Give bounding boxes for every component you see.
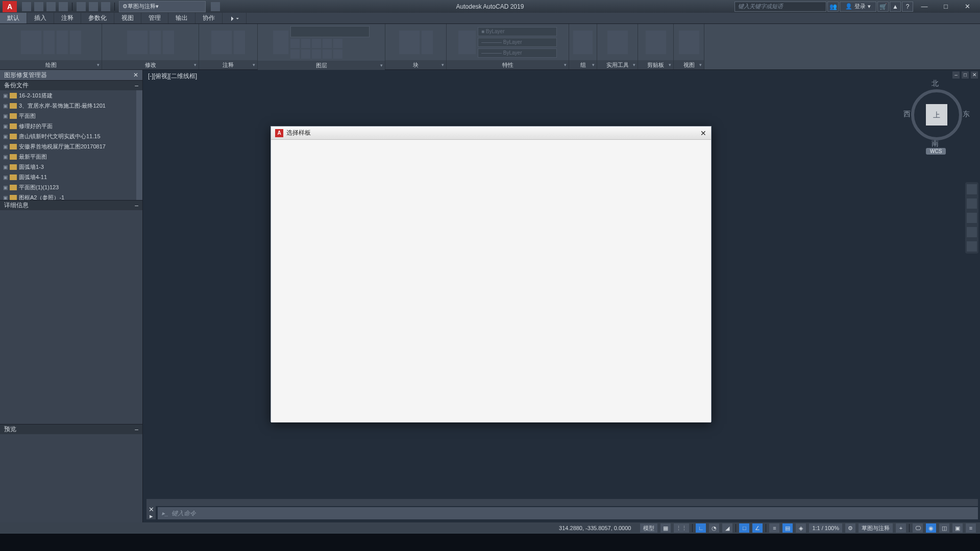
sb-polar-icon[interactable]: ◔ [709,523,719,533]
tab-输出[interactable]: 输出 [168,13,195,23]
ribbon-tool-icon[interactable] [573,31,593,54]
wcs-badge[interactable]: WCS [926,148,946,155]
ribbon-tool-icon[interactable] [127,31,148,54]
viewport-label[interactable]: [-][俯视][二维线框] [148,72,197,81]
app-logo[interactable]: A [3,1,17,12]
qat-save-icon[interactable] [46,2,56,11]
sb-cleanscreen-icon[interactable]: ▣ [952,523,963,533]
ribbon-tool-icon[interactable] [607,31,628,54]
qat-new-icon[interactable] [22,2,31,11]
layer-tool-icon[interactable] [333,49,342,59]
backup-file-item[interactable]: 16-2-101搭建 [0,90,142,101]
backup-file-tree[interactable]: 16-2-101搭建3、宜居水岸-装饰施工图-最终1201平面图修理好的平面唐山… [0,90,142,200]
sb-monitor-icon[interactable]: 🖵 [913,523,923,533]
steering-wheel-icon[interactable] [967,184,977,194]
layer-tool-icon[interactable] [323,49,332,59]
view-cube[interactable]: 上 北 南 西 东 WCS [909,79,965,145]
ribbon-tool-icon[interactable] [211,31,232,54]
ribbon-tool-icon[interactable] [163,31,174,54]
help-search-input[interactable]: 键入关键字或短语 [734,2,826,12]
sb-plus-icon[interactable]: + [896,523,906,533]
pan-icon[interactable] [967,198,977,209]
preview-section-header[interactable]: 预览– [0,424,142,434]
prop-dropdown[interactable]: ———— ByLayer [478,38,557,47]
maximize-button[interactable]: □ [936,2,956,12]
panel-title[interactable]: 图形修复管理器✕ [0,70,142,80]
qat-plot-icon[interactable] [77,2,86,11]
sb-workspace-dropdown[interactable]: 草图与注释 [859,523,893,533]
sb-cycling-icon[interactable]: ◈ [796,523,806,533]
infocenter-icon[interactable]: 👥 [827,2,839,12]
qat-undo-icon[interactable] [89,2,98,11]
sb-otrack-icon[interactable]: ∠ [752,523,763,533]
layer-dropdown[interactable] [290,26,370,37]
close-button[interactable]: ✕ [957,2,977,12]
layer-tool-icon[interactable] [323,39,332,48]
panel-label[interactable]: 图层 [258,61,385,70]
viewport-max-icon[interactable]: □ [962,71,969,79]
backup-file-item[interactable]: 唐山镇新时代文明实践中心11.15 [0,131,142,141]
backup-file-item[interactable]: 图框A2（参照）-1 [0,192,142,200]
qat-workspace-dropdown[interactable]: ⚙ 草图与注释 ▾ [119,1,206,12]
ribbon-tool-icon[interactable] [150,31,161,54]
panel-label[interactable]: 特性 [447,60,569,69]
backup-file-item[interactable]: 3、宜居水岸-装饰施工图-最终1201 [0,101,142,111]
panel-label[interactable]: 实用工具 [597,60,638,69]
viewport-close-icon[interactable]: ✕ [971,71,978,79]
help-icon[interactable]: ? [902,2,913,12]
layer-tool-icon[interactable] [290,49,300,59]
panel-close-icon[interactable]: ✕ [133,71,138,79]
layer-tool-icon[interactable] [301,39,310,48]
panel-label[interactable]: 块 [385,60,446,69]
sb-isolate-icon[interactable]: ◫ [939,523,949,533]
panel-label[interactable]: 视图 [674,60,704,69]
tab-协作[interactable]: 协作 [195,13,223,23]
layer-tool-icon[interactable] [301,49,310,59]
ribbon-tool-icon[interactable] [422,31,433,54]
qat-redo-icon[interactable] [101,2,110,11]
sb-transparency-icon[interactable]: ▤ [782,523,793,533]
qat-open-icon[interactable] [34,2,43,11]
tab-默认[interactable]: 默认 [0,13,27,23]
panel-label[interactable]: 注释 [199,60,257,69]
backup-file-item[interactable]: 平面图 [0,111,142,121]
prop-dropdown[interactable]: ———— ByLayer [478,48,557,58]
ribbon-tool-icon[interactable] [70,31,81,54]
ribbon-tool-icon[interactable] [21,31,41,54]
backup-file-item[interactable]: 圆弧墙4-11 [0,172,142,182]
ribbon-tool-icon[interactable] [646,31,666,54]
ribbon-tool-icon[interactable] [234,31,245,54]
tab-参数化[interactable]: 参数化 [81,13,114,23]
showmotion-icon[interactable] [967,241,977,252]
dialog-body[interactable] [271,140,711,422]
ribbon-tool-icon[interactable] [57,31,68,54]
layer-tool-icon[interactable] [312,49,321,59]
tab-视图[interactable]: 视图 [114,13,141,23]
ribbon-tool-icon[interactable] [43,31,55,54]
minimize-button[interactable]: — [914,2,935,12]
command-line[interactable]: ✕▸ ▸_ 键入命令 [146,499,978,519]
viewport-min-icon[interactable]: – [952,71,960,79]
signin-button[interactable]: 👤 登录 ▾ [840,2,876,12]
tab-管理[interactable]: 管理 [141,13,168,23]
layer-tool-icon[interactable] [290,39,300,48]
tab-extra[interactable]: ⏵▾ [223,13,247,23]
sb-ortho-icon[interactable]: ∟ [696,523,706,533]
tab-注释[interactable]: 注释 [54,13,81,23]
exchange-icon[interactable]: 🛒 [877,2,889,12]
sb-isodraft-icon[interactable]: ◢ [722,523,732,533]
sb-snapmode-icon[interactable]: ⋮⋮ [674,523,689,533]
orbit-icon[interactable] [967,227,977,237]
ribbon-tool-icon[interactable] [399,31,420,54]
command-input[interactable]: ▸_ 键入命令 [158,507,978,519]
sb-customize-icon[interactable]: ≡ [966,523,976,533]
sb-lwt-icon[interactable]: ≡ [769,523,779,533]
qat-share-icon[interactable] [211,2,220,11]
sb-model-button[interactable]: 模型 [640,523,657,533]
layer-tool-icon[interactable] [333,39,342,48]
cmdline-close-icon[interactable]: ✕▸ [146,506,156,519]
qat-saveas-icon[interactable] [59,2,68,11]
dialog-titlebar[interactable]: A 选择样板 ✕ [271,127,711,140]
sb-annoscale-dropdown[interactable]: 1:1 / 100% [809,523,842,533]
details-section-header[interactable]: 详细信息– [0,200,142,210]
